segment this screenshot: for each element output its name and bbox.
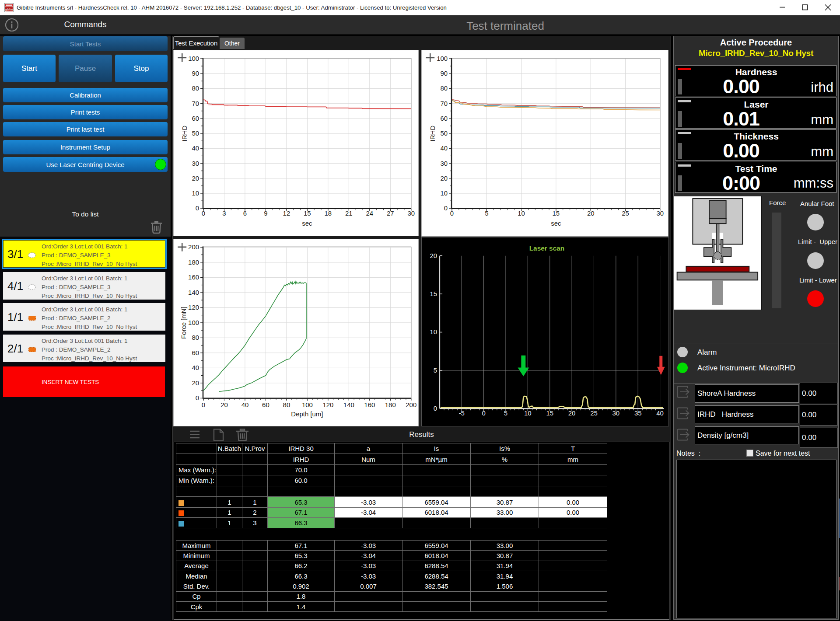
svg-text:5: 5 — [485, 209, 488, 217]
svg-text:140: 140 — [343, 401, 354, 408]
svg-text:30: 30 — [612, 409, 620, 417]
svg-text:Depth [um]: Depth [um] — [291, 410, 323, 418]
svg-text:120: 120 — [322, 401, 333, 408]
svg-text:15: 15 — [304, 209, 311, 217]
svg-text:15: 15 — [546, 409, 553, 417]
svg-text:20: 20 — [220, 401, 228, 408]
svg-text:70: 70 — [192, 100, 199, 107]
svg-text:180: 180 — [188, 258, 199, 266]
svg-text:20: 20 — [587, 209, 595, 217]
svg-text:6: 6 — [243, 209, 247, 217]
svg-text:25: 25 — [622, 209, 629, 217]
svg-text:40: 40 — [192, 364, 199, 371]
svg-text:90: 90 — [440, 70, 448, 77]
svg-text:40: 40 — [192, 144, 199, 152]
svg-text:0: 0 — [434, 405, 437, 412]
svg-text:sec: sec — [302, 220, 312, 227]
svg-text:sec: sec — [551, 220, 561, 227]
svg-text:50: 50 — [192, 129, 199, 137]
svg-text:0: 0 — [196, 204, 199, 212]
svg-text:30: 30 — [656, 209, 664, 217]
svg-text:IRHD: IRHD — [429, 126, 436, 142]
svg-text:60: 60 — [192, 115, 199, 122]
svg-text:25: 25 — [590, 409, 598, 417]
svg-text:60: 60 — [440, 115, 448, 122]
svg-text:200: 200 — [188, 243, 199, 251]
svg-text:0: 0 — [202, 209, 205, 217]
svg-text:100: 100 — [188, 319, 199, 326]
svg-text:180: 180 — [385, 401, 396, 408]
svg-text:24: 24 — [366, 209, 374, 217]
svg-text:0: 0 — [196, 394, 199, 401]
svg-text:10: 10 — [524, 409, 532, 417]
svg-text:40: 40 — [656, 409, 664, 417]
svg-text:20: 20 — [430, 252, 438, 259]
svg-text:100: 100 — [437, 55, 448, 62]
svg-text:0: 0 — [202, 401, 205, 408]
svg-text:10: 10 — [192, 189, 199, 197]
svg-text:20: 20 — [192, 379, 199, 387]
svg-text:120: 120 — [188, 304, 199, 311]
svg-text:5: 5 — [434, 366, 437, 374]
svg-text:10: 10 — [518, 209, 525, 217]
svg-text:40: 40 — [242, 401, 249, 408]
svg-text:80: 80 — [192, 84, 199, 92]
svg-text:50: 50 — [440, 129, 448, 137]
svg-text:80: 80 — [283, 401, 290, 408]
svg-text:35: 35 — [634, 409, 642, 417]
svg-text:160: 160 — [188, 273, 199, 281]
svg-text:9: 9 — [264, 209, 267, 217]
svg-text:160: 160 — [364, 401, 375, 408]
svg-text:21: 21 — [345, 209, 353, 217]
svg-text:gibitre: gibitre — [5, 8, 13, 11]
svg-text:27: 27 — [387, 209, 394, 217]
svg-text:80: 80 — [440, 84, 448, 92]
svg-text:0: 0 — [444, 204, 448, 212]
svg-text:90: 90 — [192, 70, 199, 77]
svg-text:18: 18 — [325, 209, 332, 217]
svg-text:70: 70 — [440, 100, 448, 107]
svg-text:5: 5 — [504, 409, 508, 417]
svg-text:30: 30 — [440, 160, 448, 167]
svg-text:0: 0 — [482, 409, 485, 417]
svg-text:20: 20 — [192, 174, 199, 182]
svg-text:100: 100 — [188, 55, 199, 62]
svg-text:200: 200 — [406, 401, 416, 408]
svg-text:15: 15 — [430, 290, 438, 297]
svg-text:10: 10 — [440, 189, 448, 197]
svg-text:20: 20 — [440, 174, 448, 182]
svg-text:20: 20 — [568, 409, 576, 417]
svg-text:Force [mN]: Force [mN] — [180, 307, 187, 339]
svg-text:100: 100 — [302, 401, 313, 408]
svg-text:80: 80 — [192, 334, 199, 341]
svg-text:0: 0 — [450, 209, 454, 217]
svg-text:30: 30 — [192, 160, 199, 167]
svg-text:IRHD: IRHD — [181, 126, 188, 142]
svg-text:140: 140 — [188, 289, 199, 296]
svg-text:40: 40 — [440, 144, 448, 152]
svg-text:Laser scan: Laser scan — [529, 244, 565, 252]
svg-text:10: 10 — [430, 328, 438, 335]
svg-text:3: 3 — [222, 209, 226, 217]
svg-text:12: 12 — [283, 209, 290, 217]
svg-text:60: 60 — [262, 401, 270, 408]
svg-text:30: 30 — [407, 209, 415, 217]
svg-text:60: 60 — [192, 349, 199, 356]
svg-text:-5: -5 — [459, 409, 465, 417]
svg-text:15: 15 — [553, 209, 560, 217]
